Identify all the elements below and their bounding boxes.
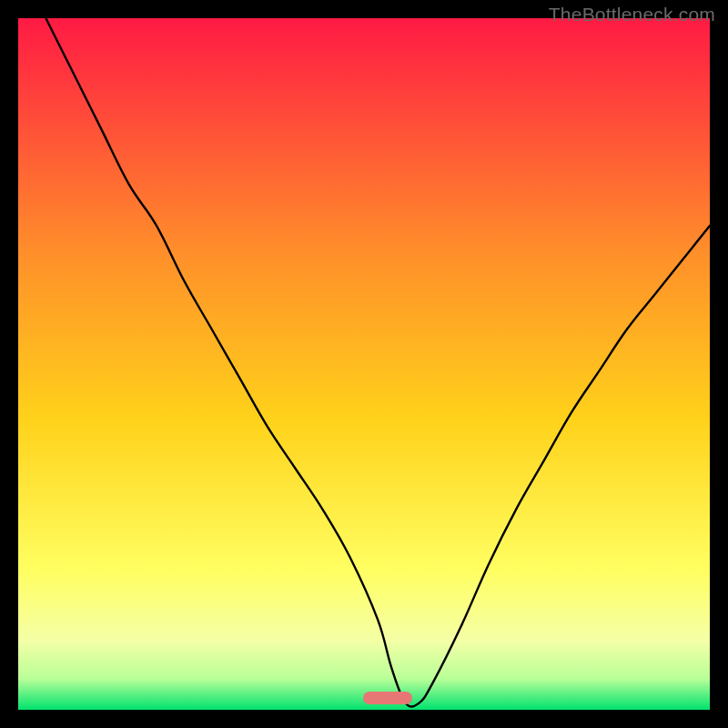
chart-frame: TheBottleneck.com [0, 0, 728, 728]
gradient-background [18, 18, 710, 710]
watermark-text: TheBottleneck.com [549, 4, 715, 25]
optimal-range-marker [363, 692, 412, 704]
bottleneck-curve-plot [18, 18, 710, 710]
